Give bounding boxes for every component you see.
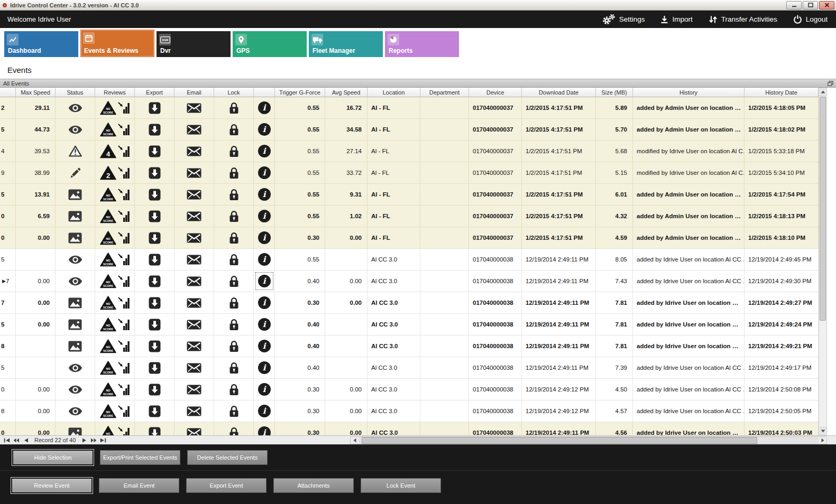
info-cell[interactable]: i	[254, 314, 275, 335]
reviews-cell[interactable]: NOSCORE	[95, 357, 135, 378]
info-icon[interactable]: i	[258, 296, 271, 309]
info-cell[interactable]: i	[254, 97, 275, 118]
review-score-icon[interactable]: 4	[100, 144, 116, 158]
info-cell[interactable]: i	[254, 270, 275, 292]
export-cell[interactable]	[135, 379, 174, 400]
info-cell[interactable]: i	[254, 357, 275, 378]
review-score-icon[interactable]: 2	[100, 166, 116, 180]
export-cell[interactable]	[135, 357, 174, 378]
reviews-cell[interactable]: NOSCORE	[95, 292, 135, 313]
export-icon[interactable]	[149, 427, 161, 436]
info-cell[interactable]: i	[254, 206, 275, 227]
reviews-cell[interactable]: NOSCORE	[95, 249, 135, 270]
column-header-download-date[interactable]: Download Date	[522, 88, 596, 97]
scroll-right-icon[interactable]	[819, 437, 826, 444]
email-cell[interactable]	[174, 97, 214, 118]
lock-icon[interactable]	[229, 384, 239, 396]
info-icon[interactable]: i	[258, 318, 271, 331]
column-header-lock[interactable]: Lock	[214, 88, 254, 97]
table-row[interactable]: 544.73NOSCOREi0.5534.58Al - FL0170400000…	[0, 119, 819, 141]
score-chart-icon[interactable]	[118, 166, 130, 179]
attachments-button[interactable]: Attachments	[273, 478, 354, 493]
export-icon[interactable]	[149, 275, 161, 287]
prev-record-button[interactable]	[21, 436, 31, 444]
review-score-icon[interactable]: NOSCORE	[100, 318, 116, 332]
score-chart-icon[interactable]	[118, 123, 130, 136]
export-cell[interactable]	[135, 184, 174, 205]
export-icon[interactable]	[149, 405, 161, 417]
export-icon[interactable]	[149, 124, 161, 136]
import-action[interactable]: Import	[660, 15, 692, 24]
email-icon[interactable]	[187, 211, 201, 221]
table-row[interactable]: ▶70.00NOSCOREi0.400.00Al CC 3.0017040000…	[0, 270, 819, 292]
table-row[interactable]: 513.91NOSCOREi0.559.31Al - FL01704000003…	[0, 184, 819, 206]
lock-icon[interactable]	[229, 275, 239, 287]
column-header-blank[interactable]	[254, 88, 275, 97]
info-cell[interactable]: i	[254, 227, 275, 248]
info-icon[interactable]: i	[258, 145, 271, 157]
column-header-device[interactable]: Device	[469, 88, 522, 97]
table-row[interactable]: 50.00NOSCOREi0.40Al CC 3.001704000003812…	[0, 314, 819, 335]
column-header-status[interactable]: Status	[56, 88, 95, 97]
review-event-button[interactable]: Review Event	[12, 478, 92, 493]
score-chart-icon[interactable]	[118, 145, 130, 157]
export-event-button[interactable]: Export Event	[186, 478, 267, 493]
review-score-icon[interactable]: NOSCORE	[100, 209, 116, 223]
lock-icon[interactable]	[229, 297, 239, 309]
email-icon[interactable]	[187, 103, 201, 113]
info-icon[interactable]: i	[258, 123, 271, 136]
score-chart-icon[interactable]	[118, 101, 130, 114]
email-cell[interactable]	[174, 314, 214, 335]
email-icon[interactable]	[187, 298, 201, 308]
email-icon[interactable]	[187, 363, 201, 373]
column-header-max-speed[interactable]: Max Speed	[16, 88, 56, 97]
info-icon[interactable]: i	[258, 383, 271, 396]
export-cell[interactable]	[135, 314, 174, 335]
lock-cell[interactable]	[214, 162, 254, 183]
export-icon[interactable]	[149, 210, 161, 222]
review-score-icon[interactable]: NOSCORE	[100, 404, 116, 418]
logout-action[interactable]: Logout	[793, 15, 828, 24]
score-chart-icon[interactable]	[118, 275, 130, 287]
lock-icon[interactable]	[229, 102, 239, 114]
reviews-cell[interactable]: 2	[95, 162, 135, 183]
export-icon[interactable]	[149, 362, 161, 374]
email-cell[interactable]	[174, 292, 214, 313]
info-icon[interactable]: i	[258, 340, 271, 352]
vertical-scroll-thumb[interactable]	[820, 97, 826, 321]
settings-action[interactable]: Settings	[601, 14, 645, 25]
tab-gps[interactable]: GPS	[233, 31, 307, 57]
last-record-button[interactable]	[98, 436, 108, 444]
transfer-activities-action[interactable]: Transfer Activities	[709, 15, 777, 24]
review-score-icon[interactable]: NOSCORE	[100, 123, 116, 137]
score-chart-icon[interactable]	[118, 318, 130, 331]
info-cell[interactable]: i	[254, 184, 275, 205]
info-cell[interactable]: i	[254, 119, 275, 140]
lock-icon[interactable]	[229, 124, 239, 136]
review-score-icon[interactable]: NOSCORE	[100, 426, 116, 436]
next-page-button[interactable]	[89, 436, 98, 444]
reviews-cell[interactable]: NOSCORE	[95, 227, 135, 248]
column-header-history-date[interactable]: History Date	[745, 88, 819, 97]
lock-cell[interactable]	[214, 335, 254, 357]
export-cell[interactable]	[135, 422, 174, 435]
lock-cell[interactable]	[214, 206, 254, 227]
export-cell[interactable]	[135, 162, 174, 183]
table-row[interactable]: 229.11NOSCOREi0.5516.72Al - FL0170400000…	[0, 97, 819, 119]
score-chart-icon[interactable]	[118, 188, 130, 201]
info-icon[interactable]: i	[258, 166, 271, 179]
lock-icon[interactable]	[229, 232, 239, 244]
score-chart-icon[interactable]	[118, 361, 130, 374]
column-header-location[interactable]: Location	[368, 88, 420, 97]
lock-cell[interactable]	[214, 357, 254, 378]
export-cell[interactable]	[135, 335, 174, 357]
email-cell[interactable]	[174, 227, 214, 248]
scroll-down-icon[interactable]	[819, 427, 826, 435]
tab-reports[interactable]: Reports	[385, 31, 459, 57]
column-header-history[interactable]: History	[633, 88, 745, 97]
email-icon[interactable]	[187, 190, 201, 200]
lock-cell[interactable]	[214, 379, 254, 400]
table-row[interactable]: 70.00NOSCOREi0.300.00Al CC 3.00170400000…	[0, 292, 819, 314]
info-cell[interactable]: i	[254, 141, 275, 162]
lock-cell[interactable]	[214, 184, 254, 205]
